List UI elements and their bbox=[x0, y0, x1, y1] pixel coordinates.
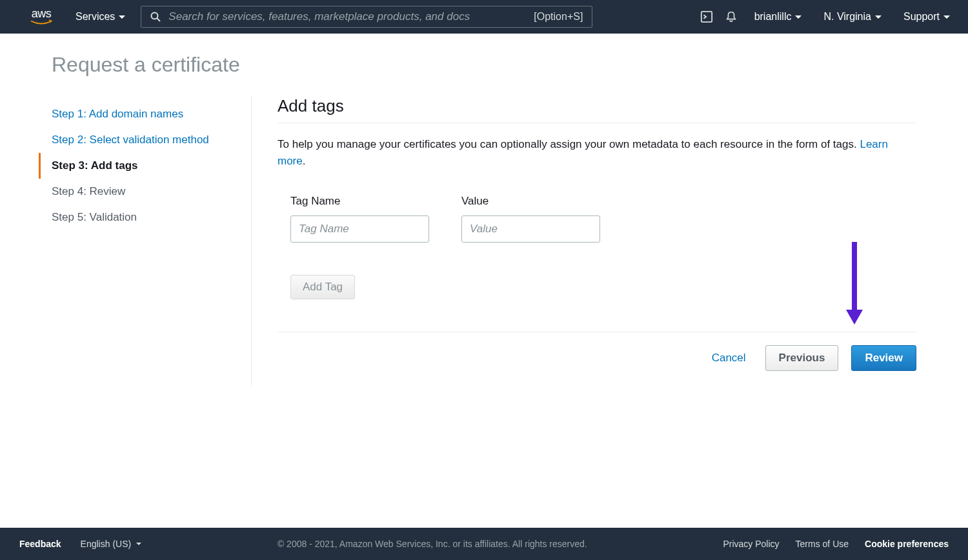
tag-name-input[interactable] bbox=[290, 215, 429, 243]
privacy-link[interactable]: Privacy Policy bbox=[723, 539, 779, 549]
chevron-down-icon bbox=[136, 543, 141, 545]
aws-logo-text: aws bbox=[32, 8, 52, 19]
tag-value-label: Value bbox=[461, 195, 600, 208]
section-title: Add tags bbox=[277, 96, 916, 123]
wizard-step-3[interactable]: Step 3: Add tags bbox=[39, 153, 238, 179]
tag-value-input[interactable] bbox=[461, 215, 600, 243]
chevron-down-icon bbox=[875, 15, 882, 19]
notifications-icon[interactable] bbox=[725, 10, 738, 23]
previous-button[interactable]: Previous bbox=[765, 345, 839, 371]
wizard-step-2[interactable]: Step 2: Select validation method bbox=[39, 127, 238, 153]
region-label: N. Virginia bbox=[823, 11, 871, 23]
chevron-down-icon bbox=[119, 15, 125, 19]
svg-line-1 bbox=[157, 19, 161, 22]
chevron-down-icon bbox=[795, 15, 802, 19]
support-menu[interactable]: Support bbox=[898, 11, 955, 23]
section-description: To help you manage your certificates you… bbox=[277, 136, 916, 169]
language-select[interactable]: English (US) bbox=[81, 539, 142, 549]
cookie-preferences-link[interactable]: Cookie preferences bbox=[865, 539, 949, 549]
language-label: English (US) bbox=[81, 539, 132, 549]
services-label: Services bbox=[76, 11, 115, 23]
wizard-step-1[interactable]: Step 1: Add domain names bbox=[39, 101, 238, 127]
account-menu[interactable]: brianlillc bbox=[749, 11, 807, 23]
actions-row: Cancel Previous Review bbox=[277, 332, 916, 371]
content-wrapper: Step 1: Add domain names Step 2: Select … bbox=[52, 96, 916, 386]
add-tag-button[interactable]: Add Tag bbox=[290, 275, 355, 299]
tag-value-col: Value bbox=[461, 195, 600, 243]
wizard-steps: Step 1: Add domain names Step 2: Select … bbox=[52, 96, 252, 386]
tag-row: Tag Name Value bbox=[290, 195, 916, 243]
annotation-arrow-icon bbox=[845, 242, 864, 326]
account-label: brianlillc bbox=[754, 11, 792, 23]
footer-copyright: © 2008 - 2021, Amazon Web Services, Inc.… bbox=[161, 539, 703, 549]
support-label: Support bbox=[903, 11, 940, 23]
page-title: Request a certificate bbox=[52, 53, 916, 77]
main-panel: Add tags To help you manage your certifi… bbox=[277, 96, 916, 386]
wizard-step-4[interactable]: Step 4: Review bbox=[39, 179, 238, 205]
top-nav: aws Services [Option+S] brianl bbox=[0, 0, 968, 34]
search-icon bbox=[150, 12, 161, 22]
cloudshell-icon[interactable] bbox=[700, 10, 713, 23]
search-input[interactable] bbox=[168, 10, 526, 23]
tag-name-label: Tag Name bbox=[290, 195, 429, 208]
review-button[interactable]: Review bbox=[851, 345, 916, 371]
region-menu[interactable]: N. Virginia bbox=[818, 11, 887, 23]
terms-link[interactable]: Terms of Use bbox=[796, 539, 849, 549]
tag-name-col: Tag Name bbox=[290, 195, 429, 243]
aws-logo[interactable]: aws bbox=[13, 8, 60, 26]
footer-right: Privacy Policy Terms of Use Cookie prefe… bbox=[723, 539, 949, 549]
chevron-down-icon bbox=[943, 15, 950, 19]
tag-form: Tag Name Value Add Tag bbox=[277, 195, 916, 299]
footer: Feedback English (US) © 2008 - 2021, Ama… bbox=[0, 528, 968, 560]
services-menu[interactable]: Services bbox=[70, 11, 130, 23]
footer-left: Feedback English (US) bbox=[19, 539, 141, 549]
feedback-link[interactable]: Feedback bbox=[19, 539, 61, 549]
search-container[interactable]: [Option+S] bbox=[141, 6, 592, 28]
wizard-step-5[interactable]: Step 5: Validation bbox=[39, 205, 238, 230]
desc-text: To help you manage your certificates you… bbox=[277, 138, 860, 150]
search-shortcut-hint: [Option+S] bbox=[534, 11, 583, 23]
desc-period: . bbox=[303, 155, 306, 167]
svg-point-0 bbox=[152, 13, 158, 19]
nav-right: brianlillc N. Virginia Support bbox=[700, 10, 955, 23]
cancel-link[interactable]: Cancel bbox=[712, 352, 746, 365]
aws-smile-icon bbox=[29, 19, 54, 26]
main-content: Request a certificate Step 1: Add domain… bbox=[0, 34, 968, 406]
